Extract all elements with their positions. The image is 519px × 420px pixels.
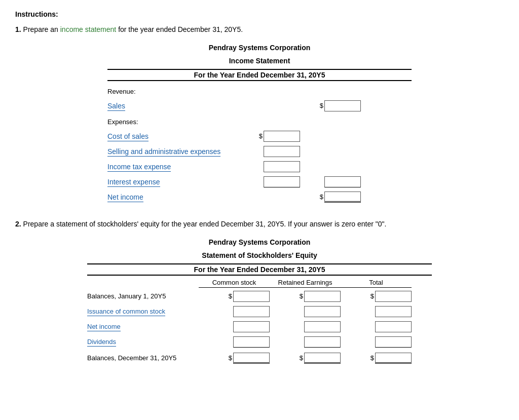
selling-mid-col <box>249 146 300 157</box>
col-retained-earnings: Retained Earnings <box>270 279 341 288</box>
selling-label: Selling and administrative expenses <box>107 147 220 157</box>
revenue-section-label-row: Revenue: <box>107 84 412 97</box>
interest-mid-col <box>249 176 300 187</box>
dividends-retained-input[interactable] <box>304 336 341 348</box>
income-statement-period: For the Year Ended December 31, 20Y5 <box>107 69 412 81</box>
eq-net-income-retained-input[interactable] <box>304 321 341 332</box>
dividends-common-cell <box>199 336 270 348</box>
equity-statement-type: Statement of Stockholders' Equity <box>87 250 432 261</box>
interest-right-input[interactable] <box>324 176 361 187</box>
selling-input[interactable] <box>264 146 300 157</box>
balances-dec-common-dollar: $ <box>229 354 232 362</box>
eq-net-income-total-cell <box>341 321 412 332</box>
interest-label: Interest expense <box>107 178 160 187</box>
issuance-common-cell <box>199 306 270 317</box>
balances-dec-total-input[interactable] <box>375 353 412 364</box>
interest-row: Interest expense <box>107 175 412 188</box>
dividends-total-cell <box>341 336 412 348</box>
income-statement-company: Pendray Systems Corporation <box>107 42 412 53</box>
issuance-row: Issuance of common stock <box>87 305 432 318</box>
balances-dec-retained-input[interactable] <box>304 353 341 364</box>
net-income-row: Net income $ <box>107 190 412 204</box>
issuance-total-input[interactable] <box>375 306 412 317</box>
balances-dec-row: Balances, December 31, 20Y5 $ $ $ <box>87 352 432 365</box>
dividends-label: Dividends <box>87 338 116 347</box>
dividends-row: Dividends <box>87 335 432 349</box>
q2-number: 2. <box>15 220 21 228</box>
eq-net-income-common-input[interactable] <box>233 321 270 332</box>
equity-period: For the Year Ended December 31, 20Y5 <box>87 263 432 276</box>
issuance-total-cell <box>341 306 412 317</box>
income-statement-type: Income Statement <box>107 55 412 66</box>
sales-input[interactable] <box>324 100 361 111</box>
balances-jan-total-cell: $ <box>341 291 412 302</box>
income-tax-label: Income tax expense <box>107 163 171 172</box>
balances-dec-common-input[interactable] <box>233 353 270 364</box>
eq-net-income-total-input[interactable] <box>375 321 412 332</box>
cost-of-sales-label: Cost of sales <box>107 132 149 141</box>
income-tax-mid-col <box>249 161 300 172</box>
cost-of-sales-dollar: $ <box>259 132 263 140</box>
balances-jan-label: Balances, January 1, 20Y5 <box>87 292 199 300</box>
balances-jan-common-cell: $ <box>199 291 270 302</box>
equity-statement-container: Pendray Systems Corporation Statement of… <box>87 237 432 365</box>
q1-text-after: for the year ended December 31, 20Y5. <box>116 25 243 33</box>
income-tax-row: Income tax expense <box>107 160 412 173</box>
income-statement-container: Pendray Systems Corporation Income State… <box>107 42 412 204</box>
eq-net-income-row: Net income <box>87 320 432 333</box>
interest-mid-input[interactable] <box>264 176 300 187</box>
balances-jan-retained-cell: $ <box>270 291 341 302</box>
q1-text: 1. Prepare an income statement for the y… <box>15 24 504 35</box>
q1-text-before: Prepare an <box>23 25 60 33</box>
cost-of-sales-mid-col: $ <box>249 131 300 142</box>
issuance-retained-input[interactable] <box>304 306 341 317</box>
net-income-label: Net income <box>107 193 143 202</box>
dividends-total-input[interactable] <box>375 336 412 348</box>
balances-dec-common-cell: $ <box>199 353 270 364</box>
sales-dollar: $ <box>320 102 323 109</box>
eq-net-income-label: Net income <box>87 323 121 331</box>
issuance-retained-cell <box>270 306 341 317</box>
cost-of-sales-row: Cost of sales $ <box>107 130 412 143</box>
issuance-common-input[interactable] <box>233 306 270 317</box>
revenue-label: Revenue: <box>107 88 249 95</box>
balances-dec-total-dollar: $ <box>370 354 374 362</box>
sales-right-col: $ <box>300 100 361 111</box>
net-income-input[interactable] <box>324 192 361 203</box>
balances-dec-retained-cell: $ <box>270 353 341 364</box>
dividends-common-input[interactable] <box>233 336 270 348</box>
question-2: 2. Prepare a statement of stockholders' … <box>15 219 504 365</box>
issuance-label: Issuance of common stock <box>87 308 165 316</box>
net-income-dollar: $ <box>320 193 323 201</box>
equity-company: Pendray Systems Corporation <box>87 237 432 248</box>
balances-dec-label: Balances, December 31, 20Y5 <box>87 354 199 362</box>
balances-jan-row: Balances, January 1, 20Y5 $ $ $ <box>87 290 432 303</box>
income-tax-input[interactable] <box>264 161 300 172</box>
col-total: Total <box>341 279 412 288</box>
expenses-label: Expenses: <box>107 118 249 126</box>
net-income-right-col: $ <box>300 192 361 203</box>
balances-dec-retained-dollar: $ <box>300 354 303 362</box>
eq-net-income-common-cell <box>199 321 270 332</box>
balances-jan-common-dollar: $ <box>229 292 232 300</box>
expenses-section-label-row: Expenses: <box>107 114 412 128</box>
instructions-title: Instructions: <box>15 10 504 18</box>
question-1: 1. Prepare an income statement for the y… <box>15 24 504 204</box>
q2-text: 2. Prepare a statement of stockholders' … <box>15 219 504 230</box>
sales-row: Sales $ <box>107 99 412 112</box>
balances-dec-total-cell: $ <box>341 353 412 364</box>
selling-row: Selling and administrative expenses <box>107 145 412 158</box>
eq-net-income-retained-cell <box>270 321 341 332</box>
dividends-retained-cell <box>270 336 341 348</box>
balances-jan-retained-dollar: $ <box>300 292 303 300</box>
q1-income-statement-link: income statement <box>60 25 117 33</box>
cost-of-sales-input[interactable] <box>264 131 300 142</box>
col-common-stock: Common stock <box>199 279 270 288</box>
q1-number: 1. <box>15 25 21 33</box>
balances-jan-total-dollar: $ <box>370 292 374 300</box>
balances-jan-common-input[interactable] <box>233 291 270 302</box>
q2-text-content: Prepare a statement of stockholders' equ… <box>23 220 387 228</box>
equity-header-row: Common stock Retained Earnings Total <box>87 279 432 288</box>
balances-jan-retained-input[interactable] <box>304 291 341 302</box>
balances-jan-total-input[interactable] <box>375 291 412 302</box>
